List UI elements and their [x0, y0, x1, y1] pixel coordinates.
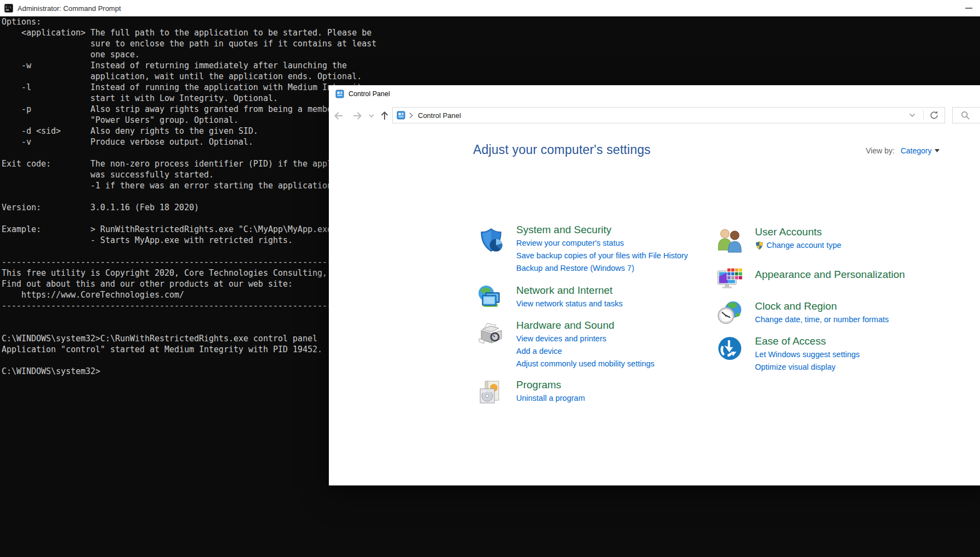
- refresh-button[interactable]: [925, 108, 943, 123]
- category-system-and-security: System and Security Review your computer…: [478, 223, 688, 275]
- chevron-down-icon: [935, 149, 940, 152]
- category-title[interactable]: Clock and Region: [755, 300, 889, 313]
- clock-and-region-icon[interactable]: [717, 300, 743, 327]
- task-link[interactable]: Adjust commonly used mobility settings: [516, 358, 654, 370]
- control-panel-titlebar: Control Panel: [329, 85, 980, 103]
- control-panel-window: Control Panel Control Panel: [329, 85, 980, 485]
- category-appearance-and-personalization: Appearance and Personalization: [717, 265, 905, 292]
- programs-icon[interactable]: [478, 380, 504, 406]
- task-link[interactable]: View network status and tasks: [516, 298, 623, 310]
- user-accounts-icon[interactable]: [717, 228, 743, 254]
- category-clock-and-region: Clock and Region Change date, time, or n…: [717, 300, 889, 327]
- control-panel-content: Adjust your computer's settings View by:…: [329, 129, 980, 485]
- back-button[interactable]: [331, 108, 346, 123]
- category-user-accounts: User Accounts: [717, 226, 841, 254]
- up-button[interactable]: [377, 108, 392, 123]
- recent-locations-dropdown[interactable]: [366, 108, 377, 123]
- task-link[interactable]: View devices and printers: [516, 333, 654, 345]
- category-title[interactable]: User Accounts: [755, 226, 841, 239]
- breadcrumb[interactable]: Control Panel: [418, 111, 461, 120]
- category-title[interactable]: Hardware and Sound: [516, 319, 654, 332]
- view-by-dropdown[interactable]: Category: [901, 146, 940, 155]
- forward-button[interactable]: [350, 108, 365, 123]
- control-panel-icon: [335, 90, 344, 98]
- hardware-and-sound-icon[interactable]: [478, 322, 504, 348]
- appearance-personalization-icon[interactable]: [717, 265, 743, 292]
- breadcrumb-chevron-icon: [409, 112, 413, 118]
- task-link[interactable]: Change account type: [755, 239, 841, 252]
- category-title[interactable]: Programs: [516, 378, 585, 392]
- task-link[interactable]: Review your computer's status: [516, 237, 688, 250]
- category-programs: Programs Uninstall a program: [478, 378, 585, 406]
- view-by-control: View by: Category: [866, 146, 940, 155]
- task-link[interactable]: Optimize visual display: [755, 361, 860, 374]
- page-title: Adjust your computer's settings: [473, 143, 651, 157]
- svg-text:C:\: C:\: [5, 5, 11, 9]
- minimize-icon[interactable]: [965, 8, 972, 9]
- category-title[interactable]: Ease of Access: [755, 335, 860, 348]
- category-title[interactable]: System and Security: [516, 223, 688, 236]
- category-title[interactable]: Appearance and Personalization: [755, 268, 905, 281]
- view-by-label: View by:: [866, 146, 895, 155]
- view-by-value: Category: [901, 146, 932, 155]
- network-and-internet-icon[interactable]: [478, 285, 504, 311]
- navigation-toolbar: Control Panel: [329, 103, 980, 129]
- task-link[interactable]: Uninstall a program: [516, 392, 585, 405]
- task-link[interactable]: Backup and Restore (Windows 7): [516, 262, 688, 275]
- address-bar[interactable]: Control Panel: [392, 107, 945, 123]
- uac-shield-icon: [755, 241, 764, 250]
- control-panel-icon: [397, 111, 405, 120]
- ease-of-access-icon[interactable]: [717, 335, 743, 362]
- category-title[interactable]: Network and Internet: [516, 284, 623, 297]
- address-dropdown-button[interactable]: [902, 108, 923, 123]
- search-icon: [960, 110, 970, 120]
- toolbar-separator: [923, 110, 924, 121]
- cmd-icon: C:\: [4, 4, 13, 13]
- category-ease-of-access: Ease of Access Let Windows suggest setti…: [717, 335, 860, 374]
- task-link[interactable]: Save backup copies of your files with Fi…: [516, 250, 688, 262]
- console-titlebar: C:\ Administrator: Command Prompt: [0, 0, 980, 16]
- task-link[interactable]: Add a device: [516, 345, 654, 358]
- category-hardware-and-sound: Hardware and Sound View devices and prin…: [478, 319, 654, 370]
- console-title: Administrator: Command Prompt: [17, 4, 121, 13]
- window-title: Control Panel: [349, 90, 390, 98]
- task-link-label: Change account type: [766, 239, 841, 252]
- search-input[interactable]: [952, 107, 980, 123]
- task-link[interactable]: Let Windows suggest settings: [755, 348, 860, 361]
- task-link[interactable]: Change date, time, or number formats: [755, 313, 889, 326]
- category-network-and-internet: Network and Internet View network status…: [478, 284, 623, 311]
- system-and-security-icon[interactable]: [478, 228, 504, 254]
